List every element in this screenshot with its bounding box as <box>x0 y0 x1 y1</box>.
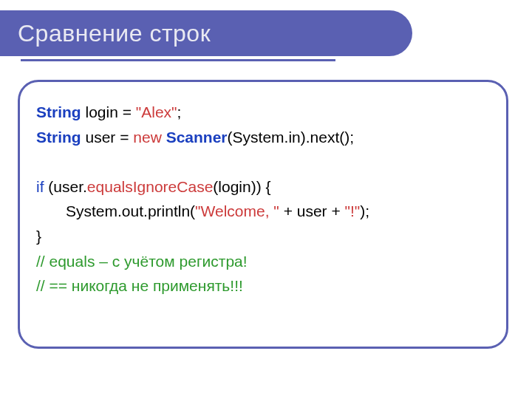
code-text: user = <box>81 129 134 146</box>
string-literal: "Alex" <box>136 103 177 120</box>
code-text: + user + <box>279 202 345 219</box>
brace: } <box>36 228 41 245</box>
title-underline <box>21 59 335 61</box>
blank <box>36 153 41 170</box>
slide-title: Сравнение строк <box>18 20 211 47</box>
code-text: ); <box>360 202 369 219</box>
code-line-5: System.out.println("Welcome, " + user + … <box>36 199 490 224</box>
code-text: System.out.println( <box>66 202 195 219</box>
code-line-blank <box>36 149 490 174</box>
keyword-new: new <box>133 129 162 146</box>
code-text: (user. <box>44 178 87 195</box>
code-text: ; <box>177 103 182 120</box>
code-text: (login)) { <box>213 178 270 195</box>
code-line-8: // == никогда не применять!!! <box>36 273 490 299</box>
string-literal: "!" <box>345 202 361 219</box>
comment: // == никогда не применять!!! <box>36 277 243 294</box>
keyword-type: String <box>36 129 81 146</box>
code-line-1: String login = "Alex"; <box>36 100 490 125</box>
slide: Сравнение строк String login = "Alex"; S… <box>0 0 532 399</box>
code-line-7: // equals – с учётом регистра! <box>36 249 490 274</box>
title-band: Сравнение строк <box>0 10 412 56</box>
code-text: (System.in).next(); <box>228 129 355 146</box>
code-line-4: if (user.equalsIgnoreCase(login)) { <box>36 174 490 200</box>
method-name: equalsIgnoreCase <box>87 178 213 195</box>
code-line-6: } <box>36 224 490 249</box>
comment: // equals – с учётом регистра! <box>36 253 248 270</box>
keyword-if: if <box>36 178 44 195</box>
class-name: Scanner <box>166 129 228 146</box>
code-box: String login = "Alex"; String user = new… <box>18 80 508 349</box>
code-text: login = <box>81 103 136 120</box>
code-line-2: String user = new Scanner(System.in).nex… <box>36 125 490 150</box>
string-literal: "Welcome, " <box>195 202 279 219</box>
keyword-type: String <box>36 103 81 120</box>
